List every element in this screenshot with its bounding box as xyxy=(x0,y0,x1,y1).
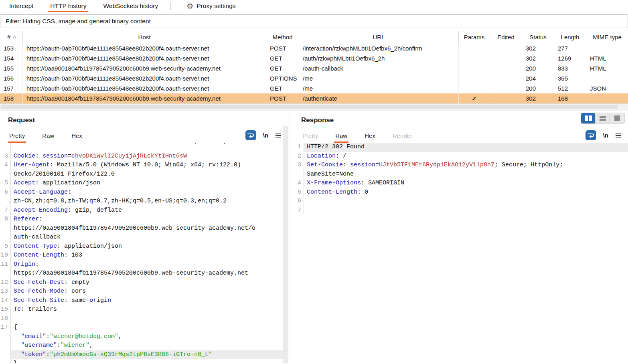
editor-line[interactable]: 6 xyxy=(293,197,628,206)
editor-line[interactable]: https://0aa9001804fb11978547905200c600b9… xyxy=(0,269,288,278)
request-editor[interactable]: 2Host: 0aa9001804fb11978547905200c600b9.… xyxy=(0,143,288,363)
column-header-method[interactable]: Method xyxy=(266,31,299,43)
filter-bar[interactable]: Filter: Hiding CSS, image and general bi… xyxy=(0,14,628,28)
editor-line[interactable]: SameSite=None xyxy=(293,170,628,179)
line-content[interactable]: Content-Length: 103 xyxy=(11,251,288,260)
line-content[interactable] xyxy=(11,314,288,324)
cell-method[interactable]: GET xyxy=(266,63,299,73)
line-content[interactable]: zh-CN,zh;q=0.8,zh-TW;q=0.7,zh-HK;q=0.5,e… xyxy=(11,197,288,206)
cell-edited[interactable] xyxy=(490,43,522,53)
column-header-url[interactable]: URL xyxy=(299,31,459,43)
layout-columns-button[interactable] xyxy=(581,113,596,123)
response-editor[interactable]: 1HTTP/2 302 Found2Location: /3Set-Cookie… xyxy=(293,143,628,363)
editor-line[interactable]: 14Sec-Fetch-Site: same-origin xyxy=(0,296,288,305)
line-content[interactable]: Content-Length: 0 xyxy=(304,188,628,197)
tab-intercept[interactable]: Intercept xyxy=(8,0,34,12)
line-content[interactable]: Host: 0aa9001804fb11978547905200c600b9.w… xyxy=(11,143,288,152)
tab-proxy-settings[interactable]: ⚙ Proxy settings xyxy=(185,0,237,12)
message-tab-render[interactable]: Render xyxy=(391,132,413,143)
line-content[interactable]: { xyxy=(11,323,288,332)
cell-url[interactable]: /authenticate xyxy=(299,93,459,103)
horizontal-scrollbar-thumb[interactable] xyxy=(1,105,618,109)
cell-num[interactable]: 157 xyxy=(0,83,23,93)
editor-line[interactable]: "email":"wiener@hotdog.com", xyxy=(0,332,288,342)
cell-mime[interactable]: JSON xyxy=(586,83,628,93)
editor-line[interactable]: 12Sec-Fetch-Dest: empty xyxy=(0,278,288,287)
message-tab-pretty[interactable]: Pretty xyxy=(301,132,319,143)
cell-num[interactable]: 155 xyxy=(0,63,23,73)
layout-single-button[interactable] xyxy=(610,113,624,123)
table-row[interactable]: 153https://oauth-0ab700bf04e1111e85548ee… xyxy=(0,43,628,53)
editor-line[interactable]: 15Te: trailers xyxy=(0,305,288,314)
column-header-length[interactable]: Length xyxy=(554,31,586,43)
table-row[interactable]: 158https://0aa9001804fb11978547905200c60… xyxy=(0,93,628,103)
cell-host[interactable]: https://oauth-0ab700bf04e1111e85548ee802… xyxy=(23,53,266,63)
editor-line[interactable]: 4X-Frame-Options: SAMEORIGIN xyxy=(293,179,628,188)
message-tab-hex[interactable]: Hex xyxy=(70,132,83,143)
line-content[interactable]: Gecko/20100101 Firefox/122.0 xyxy=(11,170,288,179)
cell-params[interactable] xyxy=(459,43,490,53)
line-content[interactable]: Origin: xyxy=(11,260,288,269)
cell-host[interactable]: https://oauth-0ab700bf04e1111e85548ee802… xyxy=(23,43,266,53)
editor-line[interactable]: 4User-Agent: Mozilla/5.0 (Windows NT 10.… xyxy=(0,161,288,170)
line-content[interactable]: } xyxy=(11,359,288,363)
cell-length[interactable]: 833 xyxy=(554,63,586,73)
line-content[interactable]: Accept: application/json xyxy=(11,179,288,188)
column-header-status[interactable]: Status xyxy=(522,31,554,43)
line-content[interactable]: X-Frame-Options: SAMEORIGIN xyxy=(304,179,628,188)
line-content[interactable]: "email":"wiener@hotdog.com", xyxy=(11,332,288,342)
table-row[interactable]: 154https://oauth-0ab700bf04e1111e85548ee… xyxy=(0,53,628,63)
cell-params[interactable] xyxy=(459,73,490,83)
cell-params[interactable] xyxy=(459,63,490,73)
cell-params[interactable] xyxy=(459,83,490,93)
cell-status[interactable]: 302 xyxy=(522,53,554,63)
editor-line[interactable]: 3Cookie: session=chvoDK1WvlI2Cuy1jAjRLck… xyxy=(0,152,288,161)
line-content[interactable]: Set-Cookie: session=UJtVb5TF1MEt6Rydp1Ek… xyxy=(304,161,628,170)
cell-edited[interactable] xyxy=(490,83,522,93)
cell-num[interactable]: 154 xyxy=(0,53,23,63)
cell-method[interactable]: GET xyxy=(266,83,299,93)
cell-url[interactable]: /interaction/rzkwphMLbtI1Oefbx6_2h/confi… xyxy=(299,43,459,53)
line-content[interactable]: User-Agent: Mozilla/5.0 (Windows NT 10.0… xyxy=(11,161,288,170)
message-tab-raw[interactable]: Raw xyxy=(41,132,55,143)
column-header-number[interactable]: # xyxy=(0,31,23,43)
cell-num[interactable]: 156 xyxy=(0,73,23,83)
line-content[interactable]: Sec-Fetch-Mode: cors xyxy=(11,287,288,296)
message-tab-hex[interactable]: Hex xyxy=(363,132,377,143)
editor-menu-icon[interactable] xyxy=(275,133,282,138)
editor-line[interactable]: 3Set-Cookie: session=UJtVb5TF1MEt6Rydp1E… xyxy=(293,161,628,170)
cell-url[interactable]: /auth/rzkwphMLbtI1Oefbx6_2h xyxy=(299,53,459,63)
cell-num[interactable]: 158 xyxy=(0,93,23,103)
line-content[interactable]: "token":"ph2mUmXmocGs-xQ39rMqs2tpPBsE3R8… xyxy=(11,350,288,360)
line-content[interactable]: Sec-Fetch-Site: same-origin xyxy=(11,296,288,305)
newline-toggle-button[interactable]: \n xyxy=(603,132,608,139)
editor-line[interactable]: 6Accept-Language: xyxy=(0,188,288,197)
line-content[interactable]: "username":"wiener", xyxy=(11,341,288,350)
cell-edited[interactable] xyxy=(490,93,522,103)
cell-status[interactable]: 302 xyxy=(522,43,554,53)
cell-length[interactable]: 277 xyxy=(554,43,586,53)
editor-line[interactable]: 17{ xyxy=(0,323,288,332)
editor-line[interactable]: 2Host: 0aa9001804fb11978547905200c600b9.… xyxy=(0,143,288,152)
editor-line[interactable]: 5Accept: application/json xyxy=(0,179,288,188)
request-scrollbar[interactable] xyxy=(283,126,288,363)
cell-params[interactable] xyxy=(459,53,490,63)
editor-line[interactable]: "username":"wiener", xyxy=(0,341,288,350)
cell-method[interactable]: POST xyxy=(266,93,299,103)
message-tab-raw[interactable]: Raw xyxy=(334,132,348,143)
line-content[interactable]: Accept-Encoding: gzip, deflate xyxy=(11,206,288,215)
cell-method[interactable]: GET xyxy=(266,53,299,63)
column-header-host[interactable]: Host xyxy=(23,31,266,43)
cell-status[interactable]: 204 xyxy=(522,73,554,83)
editor-line[interactable]: 2Location: / xyxy=(293,152,628,161)
table-row[interactable]: 155https://0aa9001804fb11978547905200c60… xyxy=(0,63,628,73)
column-header-edited[interactable]: Edited xyxy=(490,31,522,43)
editor-line[interactable]: 7Accept-Encoding: gzip, deflate xyxy=(0,206,288,215)
editor-line[interactable]: 16 xyxy=(0,314,288,324)
cell-length[interactable]: 1269 xyxy=(554,53,586,63)
newline-toggle-button[interactable]: \n xyxy=(263,132,268,139)
line-content[interactable]: SameSite=None xyxy=(304,170,628,179)
line-content[interactable]: Location: / xyxy=(304,152,628,161)
cell-mime[interactable]: HTML xyxy=(586,53,628,63)
line-content[interactable] xyxy=(304,197,628,206)
